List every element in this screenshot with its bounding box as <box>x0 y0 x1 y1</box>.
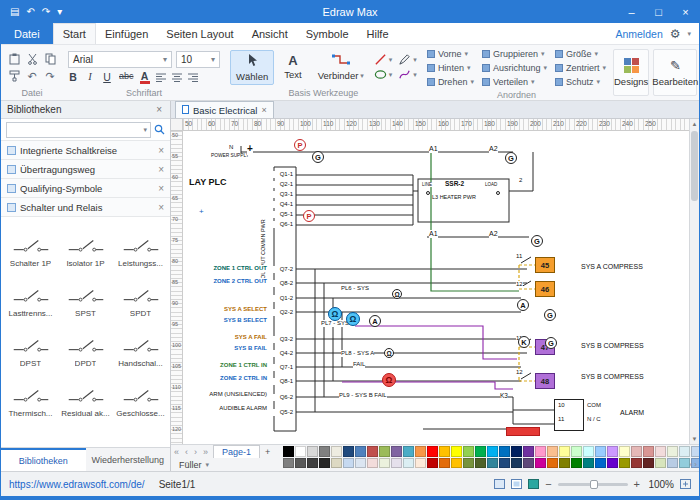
color-swatch[interactable] <box>307 458 318 468</box>
library-shape-lasttrenns[interactable]: Lasttrenns... <box>3 270 58 320</box>
color-swatch[interactable] <box>511 446 522 457</box>
color-swatch[interactable] <box>355 458 366 468</box>
arrange-gruppieren-button[interactable]: Gruppieren▾ <box>482 47 547 61</box>
edit-button[interactable]: ✎ Bearbeiten <box>653 49 697 96</box>
color-swatch[interactable] <box>427 446 438 457</box>
color-swatch[interactable] <box>355 446 366 457</box>
fit-page-icon[interactable] <box>680 479 691 489</box>
zoom-slider[interactable] <box>558 483 628 486</box>
library-section-schalter-und-relais[interactable]: Schalter und Relais× <box>1 198 170 217</box>
color-swatch[interactable] <box>523 458 534 468</box>
color-swatch[interactable] <box>511 458 522 468</box>
library-section-integrierte-schaltkreise[interactable]: Integrierte Schaltkreise× <box>1 141 170 160</box>
zoom-out-button[interactable]: − <box>545 478 551 490</box>
color-swatch[interactable] <box>475 446 486 457</box>
color-swatch[interactable] <box>403 458 414 468</box>
color-swatch[interactable] <box>631 446 642 457</box>
library-shape-handschal[interactable]: Handschal... <box>113 320 168 370</box>
color-swatch[interactable] <box>547 458 558 468</box>
color-swatch[interactable] <box>595 458 606 468</box>
color-swatch[interactable] <box>451 458 462 468</box>
arrange-vorne-button[interactable]: Vorne▾ <box>427 47 474 61</box>
color-swatch[interactable] <box>619 446 630 457</box>
library-shape-spdt[interactable]: SPDT <box>113 270 168 320</box>
color-swatch[interactable] <box>643 446 654 457</box>
text-tool-button[interactable]: A Text <box>278 51 307 83</box>
vertical-scrollbar[interactable]: ▲ ▼ <box>689 119 699 444</box>
page-view-icon[interactable] <box>511 479 522 489</box>
scroll-up-icon[interactable]: ▲ <box>690 119 699 129</box>
tab-datei[interactable]: Datei <box>1 23 53 44</box>
color-swatch[interactable] <box>547 446 558 457</box>
color-swatch[interactable] <box>523 446 534 457</box>
color-swatch[interactable] <box>283 458 294 468</box>
color-swatch[interactable] <box>391 458 402 468</box>
color-swatch[interactable] <box>655 458 666 468</box>
arrange-ausrichtung-button[interactable]: Ausrichtung▾ <box>482 61 547 75</box>
color-swatch[interactable] <box>439 458 450 468</box>
chevron-down-icon[interactable]: ▾ <box>143 126 147 134</box>
tab-start[interactable]: Start <box>53 23 96 44</box>
color-swatch[interactable] <box>367 446 378 457</box>
color-swatch[interactable] <box>607 446 618 457</box>
arrange-drehen-button[interactable]: Drehen▾ <box>427 75 474 89</box>
add-page-button[interactable]: + <box>260 447 275 457</box>
color-swatch[interactable] <box>439 446 450 457</box>
library-shape-thermisch[interactable]: Thermisch... <box>3 370 58 420</box>
color-swatch[interactable] <box>655 446 666 457</box>
library-shape-spst[interactable]: SPST <box>58 270 113 320</box>
undo-icon[interactable]: ↶ <box>26 1 34 23</box>
cut-icon[interactable] <box>27 53 38 65</box>
color-swatch[interactable] <box>487 446 498 457</box>
color-swatch[interactable] <box>607 458 618 468</box>
copy-icon[interactable] <box>45 53 56 65</box>
color-swatch[interactable] <box>319 446 330 457</box>
gear-icon[interactable]: ⚙ <box>670 27 681 41</box>
color-swatch[interactable] <box>619 458 630 468</box>
scroll-down-icon[interactable]: ▼ <box>690 434 699 444</box>
color-swatch[interactable] <box>667 446 678 457</box>
format-painter-icon[interactable] <box>9 70 20 82</box>
color-swatch[interactable] <box>331 446 342 457</box>
sidebar-tab-bibliotheken[interactable]: Bibliotheken <box>1 448 86 471</box>
arrange-schutz-button[interactable]: Schutz▾ <box>555 75 606 89</box>
library-shape-dpst[interactable]: DPST <box>3 320 58 370</box>
format-abc-button[interactable]: abc <box>119 71 134 83</box>
normal-view-icon[interactable] <box>494 479 505 489</box>
tab-ansicht[interactable]: Ansicht <box>243 23 297 44</box>
color-swatch[interactable] <box>679 458 690 468</box>
align-right-icon[interactable] <box>188 73 198 82</box>
page-nav-icon[interactable]: » <box>200 447 211 457</box>
color-swatch[interactable] <box>643 458 654 468</box>
save-icon[interactable]: ▤ <box>10 1 19 23</box>
ellipse-tool-button[interactable]: ▾ <box>374 68 393 81</box>
color-swatch[interactable] <box>367 458 378 468</box>
color-swatch[interactable] <box>451 446 462 457</box>
color-swatch[interactable] <box>535 458 546 468</box>
website-link[interactable]: https://www.edrawsoft.com/de/ <box>9 479 145 490</box>
library-shape-leistungss[interactable]: Leistungss... <box>113 220 168 270</box>
select-tool-button[interactable]: Wählen <box>230 50 274 85</box>
color-swatch[interactable] <box>343 458 354 468</box>
font-color-button[interactable]: A <box>140 71 150 84</box>
fullscreen-view-icon[interactable] <box>528 479 539 489</box>
document-tab[interactable]: Basic Electrical × <box>175 101 274 118</box>
color-swatch[interactable] <box>499 458 510 468</box>
pen-tool-button[interactable]: ▾ <box>398 53 417 66</box>
library-shape-isolator-1p[interactable]: Isolator 1P <box>58 220 113 270</box>
undo-icon[interactable]: ↶ <box>27 70 36 82</box>
maximize-button[interactable]: □ <box>645 1 672 23</box>
color-swatch[interactable] <box>535 446 546 457</box>
page-nav-icon[interactable]: › <box>191 447 200 457</box>
color-swatch[interactable] <box>283 446 294 457</box>
color-swatch[interactable] <box>319 458 330 468</box>
connector-tool-button[interactable]: Verbinder▾ <box>312 50 370 84</box>
line-tool-button[interactable]: ▾ <box>374 53 393 66</box>
designs-button[interactable]: Designs <box>613 49 649 96</box>
library-shape-schalter-1p[interactable]: Schalter 1P <box>3 220 58 270</box>
close-icon[interactable]: × <box>158 183 164 194</box>
redo-icon[interactable]: ↷ <box>45 70 54 82</box>
color-swatch[interactable] <box>559 458 570 468</box>
color-swatch[interactable] <box>295 446 306 457</box>
color-swatch[interactable] <box>463 446 474 457</box>
